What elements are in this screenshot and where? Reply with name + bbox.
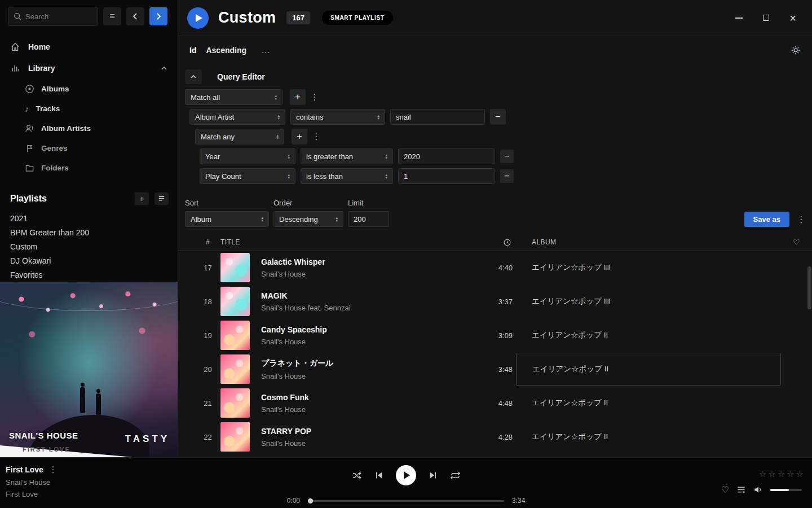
more-options-icon[interactable]: … <box>261 45 271 55</box>
rule-operator-select[interactable]: is greater than ▴▾ <box>301 148 393 164</box>
playlist-item[interactable]: Custom <box>0 239 178 253</box>
album-art-thumbnail <box>220 422 250 452</box>
previous-track-icon[interactable] <box>374 470 384 480</box>
sort-field[interactable]: Id <box>189 46 196 55</box>
chevron-up-icon <box>190 73 197 80</box>
rule-value-input[interactable] <box>398 168 495 184</box>
close-button[interactable]: × <box>787 12 798 24</box>
rule-operator-select[interactable]: is less than ▴▾ <box>301 168 393 184</box>
rule-operator-select[interactable]: contains ▴▾ <box>290 109 385 125</box>
list-icon <box>158 195 165 202</box>
track-title: Cosmo Funk <box>261 393 476 402</box>
playlist-item[interactable]: 2021 <box>0 211 178 225</box>
track-album[interactable]: エイリアン☆ポップ II <box>516 318 781 352</box>
remove-rule-button[interactable]: − <box>500 150 514 163</box>
query-editor: Query Editor Match all ▴▾ + ⋮ Album Arti… <box>178 64 812 227</box>
rule-field-select[interactable]: Play Count ▴▾ <box>200 168 295 184</box>
favorite-heart-icon[interactable]: ♡ <box>721 484 729 495</box>
sort-direction[interactable]: Ascending <box>206 46 246 55</box>
rule-field-select[interactable]: Year ▴▾ <box>200 148 295 164</box>
queue-icon[interactable] <box>736 485 746 494</box>
play-playlist-button[interactable] <box>187 7 209 29</box>
next-track-icon[interactable] <box>428 470 438 480</box>
track-album-focused[interactable]: エイリアン☆ポップ II <box>516 353 781 386</box>
select-arrows-icon: ▴▾ <box>283 154 290 159</box>
playlist-item[interactable]: BPM Greater than 200 <box>0 225 178 239</box>
sidebar-item-album-artists[interactable]: Album Artists <box>0 119 178 138</box>
column-header-title[interactable]: TITLE <box>220 238 476 246</box>
star-icon[interactable]: ☆ <box>796 469 804 479</box>
table-row[interactable]: 22 STARRY POP Snail's House 4:28 エイリアン☆ポ… <box>178 420 812 454</box>
group-options-kebab-icon[interactable]: ⋮ <box>312 132 320 142</box>
now-playing-kebab-icon[interactable]: ⋮ <box>49 465 57 475</box>
rule-field-select[interactable]: Album Artist ▴▾ <box>189 109 285 125</box>
sort-select[interactable]: Album ▴▾ <box>185 211 269 227</box>
remove-rule-button[interactable]: − <box>490 109 506 125</box>
sidebar-item-folders[interactable]: Folders <box>0 158 178 178</box>
now-playing-artwork[interactable]: SNAIL'S HOUSE FIRST LOVE TASTY <box>0 282 178 457</box>
sidebar-item-genres[interactable]: Genres <box>0 138 178 158</box>
search-box[interactable] <box>8 7 98 26</box>
sidebar-item-label: Tracks <box>36 104 60 113</box>
add-rule-button[interactable]: + <box>290 89 306 105</box>
remove-rule-button[interactable]: − <box>500 169 514 183</box>
search-input[interactable] <box>25 12 87 21</box>
rule-value-input[interactable] <box>398 148 495 164</box>
now-playing-album[interactable]: First Love <box>6 490 57 498</box>
playlist-item[interactable]: Favorites <box>0 268 178 282</box>
menu-button[interactable]: ≡ <box>103 7 121 25</box>
star-icon[interactable]: ☆ <box>759 469 766 479</box>
add-rule-button[interactable]: + <box>292 129 307 144</box>
track-album[interactable]: エイリアン☆ポップ III <box>516 251 781 284</box>
table-row[interactable]: 17 Galactic Whisper Snail's House 4:40 エ… <box>178 251 812 284</box>
save-as-button[interactable]: Save as <box>744 212 789 227</box>
playlist-item[interactable]: DJ Okawari <box>0 253 178 268</box>
shuffle-icon[interactable] <box>351 470 362 481</box>
maximize-button[interactable] <box>760 12 771 24</box>
now-playing-title[interactable]: First Love <box>6 465 43 474</box>
rule-value-input[interactable] <box>390 109 485 125</box>
sidebar-item-tracks[interactable]: ♪ Tracks <box>0 99 178 119</box>
play-pause-button[interactable] <box>396 465 416 485</box>
minimize-button[interactable] <box>733 12 744 24</box>
column-header-album[interactable]: ALBUM <box>516 238 781 246</box>
settings-gear-icon[interactable] <box>791 45 801 55</box>
match-mode-select[interactable]: Match all ▴▾ <box>185 89 283 105</box>
volume-slider[interactable] <box>770 489 802 491</box>
table-row[interactable]: 20 プラネット・ガール Snail's House 3:48 エイリアン☆ポッ… <box>178 352 812 386</box>
scrollbar-thumb[interactable] <box>807 266 811 309</box>
repeat-icon[interactable] <box>450 470 461 481</box>
sidebar-item-albums[interactable]: Albums <box>0 79 178 99</box>
favorite-column-heart-icon[interactable]: ♡ <box>781 238 812 247</box>
group-options-kebab-icon[interactable]: ⋮ <box>311 92 319 102</box>
save-options-kebab-icon[interactable]: ⋮ <box>797 214 805 225</box>
order-select[interactable]: Descending ▴▾ <box>273 211 343 227</box>
nav-forward-button[interactable] <box>149 7 167 25</box>
chevron-up-icon[interactable] <box>161 65 167 72</box>
track-album[interactable]: エイリアン☆ポップ III <box>516 284 781 318</box>
limit-input[interactable] <box>348 211 389 227</box>
track-album[interactable]: エイリアン☆ポップ II <box>516 386 781 420</box>
column-header-index[interactable]: # <box>195 238 220 246</box>
table-row[interactable]: 18 MAGIK Snail's House feat. Sennzai 3:3… <box>178 284 812 318</box>
table-row[interactable]: 21 Cosmo Funk Snail's House 4:48 エイリアン☆ポ… <box>178 386 812 420</box>
sidebar-item-library[interactable]: Library <box>0 58 178 79</box>
collapse-query-editor-button[interactable] <box>185 69 202 84</box>
sidebar-item-home[interactable]: Home <box>0 36 178 58</box>
select-arrows-icon: ▴▾ <box>373 114 379 120</box>
star-icon[interactable]: ☆ <box>778 469 785 479</box>
now-playing-artist[interactable]: Snail's House <box>6 478 57 487</box>
track-album[interactable]: エイリアン☆ポップ II <box>516 420 781 454</box>
duration-clock-icon[interactable] <box>476 238 516 247</box>
star-icon[interactable]: ☆ <box>787 469 794 479</box>
seek-bar[interactable] <box>308 500 504 502</box>
seek-knob[interactable] <box>308 498 313 503</box>
nav-back-button[interactable] <box>126 7 144 25</box>
match-mode-select[interactable]: Match any ▴▾ <box>195 129 284 144</box>
volume-icon[interactable] <box>753 485 763 494</box>
star-icon[interactable]: ☆ <box>768 469 775 479</box>
table-row[interactable]: 19 Candy Spaceship Snail's House 3:09 エイ… <box>178 318 812 352</box>
add-playlist-button[interactable]: + <box>135 192 149 205</box>
select-arrows-icon: ▴▾ <box>257 216 263 222</box>
playlist-list-button[interactable] <box>155 192 169 205</box>
